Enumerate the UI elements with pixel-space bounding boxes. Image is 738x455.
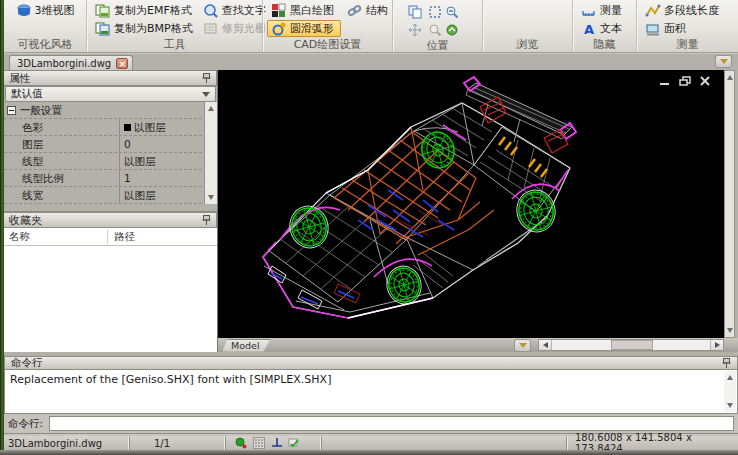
favorites-header: 收藏夹 (4, 212, 217, 228)
property-row-lineweight[interactable]: 线宽 以图层 (4, 187, 217, 204)
pin-icon[interactable] (202, 215, 211, 226)
color-swatch (124, 124, 131, 131)
status-sheet: 1/1 (130, 436, 226, 450)
properties-preset-dropdown[interactable]: 默认值 (5, 86, 216, 102)
scroll-up-icon[interactable] (727, 75, 733, 80)
polyline-length-label: 多段线长度 (664, 3, 719, 18)
property-row-layer[interactable]: 图层 0 (4, 136, 217, 153)
scroll-down-icon[interactable] (208, 195, 214, 200)
svg-text:A: A (584, 22, 594, 37)
tab-close-button[interactable]: × (116, 58, 128, 69)
favorites-name-column[interactable]: 名称 (4, 230, 108, 244)
property-value: 以图层 (134, 119, 166, 135)
status-bar: 3DLamborgini.dwg 1/1 180.6008 x 141.5804… (0, 436, 738, 450)
bw-draw-label: 黑白绘图 (290, 3, 334, 18)
structure-icon (347, 3, 363, 19)
dynamic-input-toggle-icon[interactable] (288, 437, 301, 449)
scroll-up-icon[interactable] (208, 106, 214, 111)
zoom-out-button[interactable] (444, 4, 471, 21)
hide-measure-button[interactable]: 测量 (577, 2, 626, 19)
copy-emf-label: 复制为EMF格式 (114, 3, 192, 18)
hide-text-button[interactable]: A 文本 (577, 20, 626, 37)
command-panel-header: 命令行 (4, 356, 738, 370)
engine-vents (499, 137, 547, 177)
copy-bmp-button[interactable]: 复制为BMP格式 (91, 20, 197, 37)
find-text-button[interactable]: 查找文字 (199, 2, 263, 19)
property-value: 0 (119, 136, 217, 152)
trim-raster-label: 修剪光栅 (222, 21, 266, 36)
polyline-length-icon (645, 3, 661, 19)
copy-bmp-icon (95, 21, 111, 37)
structure-button[interactable]: 结构 (343, 2, 387, 19)
minimize-button[interactable] (659, 76, 672, 86)
select-extent-button[interactable] (427, 4, 443, 21)
area-button[interactable]: 面积 (641, 20, 723, 37)
zoom-window-icon (428, 23, 442, 37)
viewport-vertical-scrollbar[interactable] (724, 70, 735, 338)
trim-raster-button[interactable]: 修剪光栅 (199, 20, 263, 37)
zoom-window-button[interactable] (427, 22, 443, 39)
trim-raster-icon (203, 21, 219, 37)
scroll-down-icon[interactable] (727, 403, 733, 408)
polyline-length-button[interactable]: 多段线长度 (641, 2, 723, 19)
osnap-toggle-icon[interactable] (234, 437, 247, 449)
document-tab-label: 3DLamborgini.dwg (17, 58, 111, 69)
property-value: 1 (119, 170, 217, 186)
document-tab[interactable]: 3DLamborgini.dwg × (9, 55, 133, 70)
zoom-extent-icon (445, 23, 459, 37)
ribbon-group-visual-style: 3维视图 可视化风格 (4, 0, 86, 52)
viewport-window-controls (659, 76, 712, 86)
property-row-linetype-scale[interactable]: 线型比例 1 (4, 170, 217, 187)
drawing-canvas[interactable] (218, 70, 724, 338)
pan-button[interactable] (407, 22, 423, 39)
hide-text-label: 文本 (600, 21, 622, 36)
property-grid-scrollbar[interactable] (204, 102, 217, 204)
ribbon-group-measure: 多段线长度 面积 测量 (636, 0, 738, 52)
property-row-color[interactable]: 色彩 以图层 (4, 119, 217, 136)
layout-tab-bar: Model (218, 338, 738, 352)
property-value: 以图层 (119, 187, 217, 203)
group-label-cad-settings: CAD绘图设置 (263, 38, 392, 52)
status-spacer (322, 436, 566, 450)
copy-bmp-label: 复制为BMP格式 (114, 21, 193, 36)
pin-icon[interactable] (722, 358, 731, 369)
property-label: 线型比例 (4, 170, 119, 186)
smooth-arc-button[interactable]: 圆滑弧形 (267, 20, 341, 37)
layout-overflow-button[interactable] (514, 339, 531, 352)
scroll-down-icon[interactable] (727, 328, 733, 333)
view3d-button[interactable]: 3维视图 (12, 2, 79, 19)
favorites-list[interactable] (4, 246, 217, 352)
copy-emf-button[interactable]: 复制为EMF格式 (91, 2, 197, 19)
command-output-scrollbar[interactable] (724, 371, 736, 412)
command-output[interactable]: Replacement of the [Geniso.SHX] font wit… (4, 370, 738, 414)
tabbar-overflow-button[interactable] (715, 55, 732, 68)
pin-icon[interactable] (202, 73, 211, 84)
close-button[interactable] (699, 76, 712, 86)
ortho-toggle-icon[interactable] (270, 437, 283, 449)
ribbon-group-position: 位置 (392, 0, 482, 52)
collapse-icon[interactable] (7, 106, 16, 115)
viewport-horizontal-scrollbar[interactable] (538, 339, 724, 351)
bw-draw-button[interactable]: 黑白绘图 (267, 2, 341, 19)
properties-title: 属性 (9, 71, 31, 86)
scroll-left-button[interactable] (539, 340, 552, 350)
grid-toggle-icon[interactable] (252, 437, 265, 449)
properties-header: 属性 (4, 70, 217, 86)
scroll-up-icon[interactable] (727, 375, 733, 380)
property-value (119, 102, 217, 118)
favorites-path-column[interactable]: 路径 (108, 230, 135, 244)
status-filename: 3DLamborgini.dwg (0, 436, 130, 450)
paste-position-button[interactable] (407, 4, 423, 21)
zoom-extent-button[interactable] (444, 22, 471, 39)
scrollbar-thumb[interactable] (611, 340, 653, 350)
window-left-edge (0, 0, 4, 450)
smooth-arc-label: 圆滑弧形 (290, 21, 334, 36)
scroll-right-button[interactable] (710, 340, 723, 350)
restore-button[interactable] (679, 76, 692, 86)
command-input[interactable] (49, 416, 734, 431)
property-row-linetype[interactable]: 线型 以图层 (4, 153, 217, 170)
3d-view-icon (16, 3, 32, 19)
find-text-icon (203, 3, 219, 19)
model-tab[interactable]: Model (222, 339, 271, 352)
property-row-general[interactable]: 一般设置 (4, 102, 217, 119)
